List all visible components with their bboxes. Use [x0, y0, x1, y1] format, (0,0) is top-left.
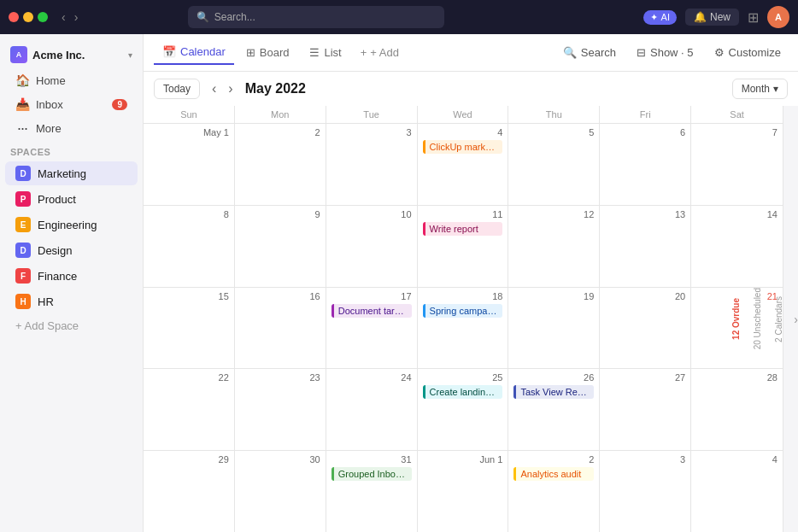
customize-button[interactable]: ⚙ Customize — [707, 42, 788, 63]
collapse-icon[interactable]: › — [794, 313, 798, 326]
overdue-panel-item[interactable]: 12 Ovrdue — [730, 295, 742, 343]
calendar-cell-w3-d6[interactable]: 28 — [691, 369, 783, 450]
calendar-cell-w0-d5[interactable]: 6 — [600, 124, 691, 205]
calendar-cell-w3-d4[interactable]: 26Task View Redesign — [508, 369, 600, 450]
calendar-cell-w4-d5[interactable]: 3 — [600, 451, 691, 532]
calendar-cell-w2-d5[interactable]: 20 — [600, 288, 691, 369]
product-dot: P — [15, 191, 31, 207]
calendar-event[interactable]: Grouped Inbox Comments — [332, 467, 412, 481]
calendar-event[interactable]: Spring campaign image assets — [423, 304, 503, 318]
calendar-week-0: May 1234ClickUp marketing plan567 — [144, 124, 783, 206]
sidebar-item-marketing[interactable]: D Marketing — [5, 161, 138, 185]
calendar-cell-w3-d5[interactable]: 27 — [600, 369, 691, 450]
sidebar-item-finance[interactable]: F Finance — [5, 264, 138, 288]
calendar-cell-w1-d0[interactable]: 8 — [144, 206, 235, 287]
calendar-cell-w1-d2[interactable]: 10 — [326, 206, 418, 287]
calendar-cell-w4-d3[interactable]: Jun 1 — [418, 451, 509, 532]
calendar-cell-w0-d3[interactable]: 4ClickUp marketing plan — [418, 124, 509, 205]
calendar-cell-w4-d6[interactable]: 4 — [691, 451, 783, 532]
calendars-panel-item[interactable]: 2 Calendars — [772, 293, 785, 346]
calendar-event[interactable]: Analytics audit — [513, 467, 594, 481]
calendar-tab-icon: 📅 — [162, 45, 176, 58]
calendar-days-header: Sun Mon Tue Wed Thu Fri Sat — [144, 106, 783, 124]
calendar-cell-w0-d1[interactable]: 2 — [235, 124, 326, 205]
day-header-tue: Tue — [326, 106, 418, 123]
sidebar-item-more[interactable]: ··· More — [5, 117, 138, 139]
grid-icon[interactable]: ⊞ — [748, 9, 759, 26]
close-button[interactable] — [9, 12, 19, 22]
calendar-cell-w1-d6[interactable]: 14 — [691, 206, 783, 287]
more-icon: ··· — [15, 121, 29, 135]
calendar-cell-w2-d3[interactable]: 18Spring campaign image assets — [418, 288, 509, 369]
calendar-cell-w2-d0[interactable]: 15 — [144, 288, 235, 369]
spaces-header: Spaces — [0, 140, 143, 161]
hr-dot: H — [15, 294, 31, 309]
calendar-cell-w2-d4[interactable]: 19 — [508, 288, 600, 369]
calendar-cell-w3-d1[interactable]: 23 — [235, 369, 326, 450]
calendar-cell-w1-d5[interactable]: 13 — [600, 206, 691, 287]
global-search-bar[interactable]: 🔍 Search... — [188, 6, 444, 28]
unscheduled-panel-item[interactable]: 20 Unscheduled — [751, 284, 764, 353]
sidebar-item-engineering[interactable]: E Engineering — [5, 213, 138, 237]
back-arrow[interactable]: ‹ — [58, 9, 69, 26]
calendar-cell-w4-d0[interactable]: 29 — [144, 451, 235, 532]
show-button[interactable]: ⊟ Show · 5 — [630, 42, 701, 63]
calendar-event[interactable]: Task View Redesign — [513, 385, 594, 399]
month-selector[interactable]: Month ▾ — [732, 79, 788, 99]
add-view-button[interactable]: + + Add — [354, 42, 406, 63]
calendar-cell-w2-d1[interactable]: 16 — [235, 288, 326, 369]
calendar-cell-w3-d2[interactable]: 24 — [326, 369, 418, 450]
calendar-cell-w0-d0[interactable]: May 1 — [144, 124, 235, 205]
chevron-down-icon: ▾ — [128, 50, 132, 60]
calendar-cell-w0-d2[interactable]: 3 — [326, 124, 418, 205]
tab-calendar[interactable]: 📅 Calendar — [154, 40, 234, 65]
calendar-cell-w1-d1[interactable]: 9 — [235, 206, 326, 287]
calendar-cell-w1-d4[interactable]: 12 — [508, 206, 600, 287]
search-button[interactable]: 🔍 Search — [556, 42, 623, 63]
calendar-cell-w3-d3[interactable]: 25Create landing page — [418, 369, 509, 450]
calendar-weeks: May 1234ClickUp marketing plan567891011W… — [144, 124, 783, 532]
calendar-cell-w4-d1[interactable]: 30 — [235, 451, 326, 532]
window-controls — [9, 12, 48, 22]
design-label: Design — [38, 244, 72, 257]
calendar-cell-w3-d0[interactable]: 22 — [144, 369, 235, 450]
org-header[interactable]: A Acme Inc. ▾ — [0, 41, 143, 68]
calendar-cell-w4-d2[interactable]: 31Grouped Inbox Comments — [326, 451, 418, 532]
maximize-button[interactable] — [38, 12, 48, 22]
calendar-event[interactable]: Document target users — [332, 304, 412, 318]
forward-arrow[interactable]: › — [71, 9, 82, 26]
avatar[interactable]: A — [767, 6, 789, 28]
new-button[interactable]: 🔔 New — [685, 9, 739, 26]
ai-badge[interactable]: ✦ AI — [643, 10, 677, 25]
calendar-event[interactable]: ClickUp marketing plan — [423, 140, 503, 154]
finance-label: Finance — [38, 270, 77, 283]
org-name: Acme Inc. — [32, 49, 123, 61]
calendar-week-1: 891011Write report121314 — [144, 206, 783, 288]
day-header-fri: Fri — [600, 106, 691, 123]
calendar-cell-w0-d6[interactable]: 7 — [691, 124, 783, 205]
hr-label: HR — [38, 295, 54, 308]
calendar-event[interactable]: Write report — [423, 222, 503, 236]
calendar-cell-w4-d4[interactable]: 2Analytics audit — [508, 451, 600, 532]
today-button[interactable]: Today — [154, 79, 200, 99]
prev-month-button[interactable]: ‹ — [207, 79, 221, 98]
chevron-down-icon: ▾ — [773, 83, 778, 95]
calendar-cell-w0-d4[interactable]: 5 — [508, 124, 600, 205]
tab-board[interactable]: ⊞ Board — [238, 41, 298, 64]
add-space-button[interactable]: + Add Space — [5, 315, 138, 336]
sidebar-item-design[interactable]: D Design — [5, 238, 138, 262]
calendar-cell-w1-d3[interactable]: 11Write report — [418, 206, 509, 287]
tab-list[interactable]: ☰ List — [301, 41, 349, 64]
next-month-button[interactable]: › — [223, 79, 238, 98]
sidebar-item-inbox[interactable]: 📥 Inbox 9 — [5, 93, 138, 115]
calendar-event[interactable]: Create landing page — [423, 385, 503, 399]
sidebar-item-product[interactable]: P Product — [5, 187, 138, 211]
calendar-cell-w2-d2[interactable]: 17Document target users — [326, 288, 418, 369]
topbar-right: ✦ AI 🔔 New ⊞ A — [643, 6, 789, 28]
engineering-dot: E — [15, 217, 31, 232]
sidebar-item-home[interactable]: 🏠 Home — [5, 69, 138, 91]
calendar-grid-container: Sun Mon Tue Wed Thu Fri Sat May 1234Clic… — [144, 106, 798, 532]
view-tabs-bar: 📅 Calendar ⊞ Board ☰ List + + Add 🔍 Sear… — [144, 34, 798, 72]
minimize-button[interactable] — [23, 12, 33, 22]
sidebar-item-hr[interactable]: H HR — [5, 289, 138, 313]
